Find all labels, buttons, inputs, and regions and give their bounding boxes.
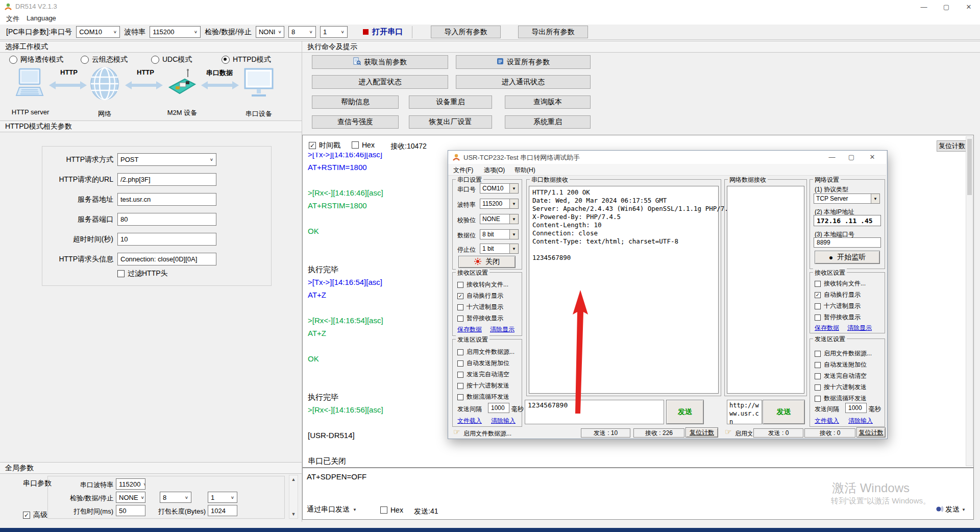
start-listen-button[interactable]: ● 开始监听 (815, 251, 880, 264)
tcp-parity-select[interactable]: NONE▼ (480, 214, 519, 224)
mode-radio-transparent[interactable]: 网络透传模式 (9, 55, 63, 64)
tcp-baud-select[interactable]: 115200▼ (480, 199, 519, 209)
mode-radio-udc[interactable]: UDC模式 (151, 55, 192, 64)
serial-send-button[interactable]: 发送 (666, 400, 704, 424)
pause-recv-checkbox[interactable]: 暂停接收显示 (457, 314, 503, 323)
tcp-menu-file[interactable]: 文件(F) (453, 166, 473, 175)
auto-send-append-checkbox[interactable]: 自动发送附加位 (815, 360, 867, 369)
load-file-link[interactable]: 文件载入 (457, 417, 482, 425)
query-version-button[interactable]: 查询版本 (505, 95, 591, 109)
global-databits-select[interactable]: 8∨ (160, 492, 191, 503)
baud-select[interactable]: 115200∨ (150, 26, 201, 38)
system-restart-button[interactable]: 系统重启 (505, 115, 591, 129)
send-via-serial-dropdown[interactable]: 通过串口发送 ▼ (307, 505, 357, 514)
clear-after-send-checkbox[interactable]: 发送完自动清空 (815, 372, 867, 380)
mode-radio-cloud[interactable]: 云组态模式 (81, 55, 128, 64)
scroll-up-icon[interactable]: ▲ (289, 475, 298, 483)
global-baud-select[interactable]: 115200∨ (116, 478, 145, 490)
hex-display-checkbox[interactable]: 十六进制显示 (815, 302, 861, 310)
serial-reset-count-button[interactable]: 复位计数 (685, 427, 718, 438)
server-address-input[interactable]: test.usr.cn (117, 193, 216, 206)
clear-display-link[interactable]: 清除显示 (847, 324, 872, 332)
auto-linefeed-checkbox[interactable]: 自动换行显示 (815, 291, 861, 299)
file-data-source-checkbox[interactable]: 启用文件数据源... (457, 348, 514, 356)
net-reset-count-button[interactable]: 复位计数 (856, 427, 886, 438)
tcp-close-serial-button[interactable]: 关闭 (458, 256, 516, 268)
clear-display-link[interactable]: 清除显示 (490, 325, 514, 334)
net-send-textarea[interactable]: http://www.usr.cn (727, 400, 762, 424)
auto-send-append-checkbox[interactable]: 自动发送附加位 (457, 359, 509, 368)
http-method-select[interactable]: POST∨ (117, 153, 216, 166)
import-all-button[interactable]: 导入所有参数 (431, 26, 501, 38)
open-serial-button[interactable]: 打开串口 (363, 27, 403, 37)
net-file-source-status[interactable]: 启用文件数据源... (735, 429, 752, 438)
bottom-panel-scrollbar[interactable]: ▲ ▼ (289, 475, 298, 519)
taskbar-edge[interactable] (0, 528, 980, 532)
tcp-port-select[interactable]: COM10▼ (480, 183, 519, 194)
maximize-icon[interactable]: ▢ (935, 0, 958, 13)
advanced-checkbox[interactable]: 高级 (23, 511, 47, 520)
local-port-input[interactable]: 8899 (814, 237, 881, 248)
tcp-menu-help[interactable]: 帮助(H) (514, 166, 535, 175)
tcp-stopbits-select[interactable]: 1 bit▼ (480, 244, 519, 254)
pack-time-input[interactable]: 50 (116, 505, 145, 516)
local-ip-input[interactable]: 172.16 .11 .45 (814, 215, 881, 226)
send-button[interactable]: 发送 ▼ (936, 505, 966, 514)
global-stopbits-select[interactable]: 1∨ (208, 492, 237, 503)
tcp-menu-options[interactable]: 选项(O) (484, 166, 505, 175)
send-as-hex-checkbox[interactable]: 按十六进制发送 (457, 381, 509, 390)
global-parity-select[interactable]: NONE∨ (116, 492, 145, 503)
timestamp-checkbox[interactable]: 时间戳 (309, 141, 340, 150)
send-hex-checkbox[interactable]: Hex (380, 506, 403, 514)
recv-to-file-checkbox[interactable]: 接收转向文件... (457, 280, 508, 289)
http-header-input[interactable]: Connection: close[0D][0A] (117, 253, 216, 265)
hex-checkbox[interactable]: Hex (352, 141, 375, 149)
send-text[interactable]: AT+SDPEN=OFF (307, 472, 366, 481)
export-all-button[interactable]: 导出所有参数 (518, 26, 588, 38)
serial-recv-textarea[interactable]: HTTP/1.1 200 OK Date: Wed, 20 Mar 2024 0… (529, 186, 719, 394)
com-port-select[interactable]: COM10∨ (76, 26, 120, 38)
close-icon[interactable]: ✕ (958, 0, 980, 13)
pause-recv-checkbox[interactable]: 暂停接收显示 (815, 313, 861, 322)
hex-display-checkbox[interactable]: 十六进制显示 (457, 303, 503, 311)
tcp-databits-select[interactable]: 8 bit▼ (480, 229, 519, 239)
serial-send-textarea[interactable]: 1234567890 (525, 400, 664, 424)
minimize-icon[interactable]: — (913, 0, 935, 13)
parity-select[interactable]: NONI∨ (256, 26, 284, 38)
clear-input-link[interactable]: 清除输入 (491, 417, 516, 425)
scrollbar-thumb[interactable] (967, 139, 972, 195)
filter-http-header-checkbox[interactable]: 过滤HTTP头 (117, 269, 168, 278)
maximize-icon[interactable]: ▢ (842, 151, 861, 163)
timeout-input[interactable]: 10 (117, 233, 216, 246)
menu-language[interactable]: Language (23, 13, 59, 23)
log-scrollbar[interactable] (966, 136, 973, 466)
http-url-input[interactable]: /2.php[3F] (117, 173, 216, 186)
reset-count-button[interactable]: 复位计数 (937, 140, 967, 152)
send-interval-input[interactable]: 1000 (488, 403, 509, 413)
send-interval-input[interactable]: 1000 (845, 403, 867, 413)
factory-reset-button[interactable]: 恢复出厂设置 (409, 115, 492, 129)
stopbits-select[interactable]: 1∨ (320, 26, 348, 38)
recv-to-file-checkbox[interactable]: 接收转向文件... (815, 279, 866, 288)
help-button[interactable]: 帮助信息 (312, 95, 399, 109)
send-as-hex-checkbox[interactable]: 按十六进制发送 (815, 383, 867, 392)
serial-file-source-status[interactable]: 启用文件数据源... (463, 429, 520, 438)
protocol-type-select[interactable]: TCP Server▼ (814, 194, 880, 204)
load-file-link[interactable]: 文件载入 (815, 417, 839, 425)
loop-send-checkbox[interactable]: 数据流循环发送 (457, 393, 509, 401)
enter-comm-button[interactable]: 进入通讯状态 (456, 75, 591, 89)
menu-file[interactable]: 文件 (3, 13, 22, 25)
server-port-input[interactable]: 80 (117, 213, 216, 226)
net-recv-textarea[interactable] (727, 186, 804, 394)
scroll-down-icon[interactable]: ▼ (289, 510, 298, 518)
loop-send-checkbox[interactable]: 数据流循环发送 (815, 394, 867, 403)
save-data-link[interactable]: 保存数据 (815, 324, 839, 332)
save-data-link[interactable]: 保存数据 (457, 325, 482, 334)
minimize-icon[interactable]: — (822, 151, 842, 163)
net-send-button[interactable]: 发送 (763, 400, 805, 424)
set-params-button[interactable]: 设置所有参数 (456, 55, 591, 69)
databits-select[interactable]: 8∨ (288, 26, 316, 38)
clear-after-send-checkbox[interactable]: 发送完自动清空 (457, 370, 509, 379)
clear-input-link[interactable]: 清除输入 (848, 417, 873, 425)
file-data-source-checkbox[interactable]: 启用文件数据源... (815, 349, 872, 358)
